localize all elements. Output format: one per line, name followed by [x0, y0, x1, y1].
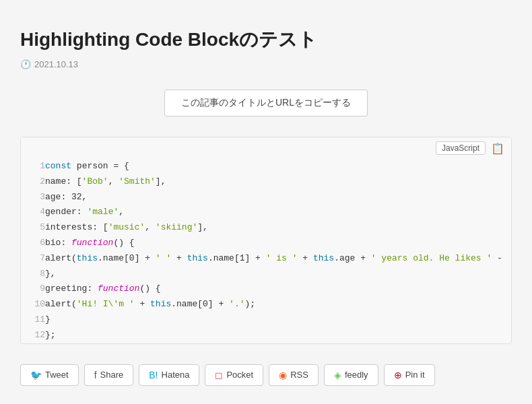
language-label: JavaScript — [436, 141, 486, 155]
line-code: name: ['Bob', 'Smith'], — [45, 174, 502, 190]
rss-label: RSS — [290, 370, 308, 380]
line-code: gender: 'male', — [45, 205, 502, 220]
line-code: }; — [45, 328, 502, 343]
line-code: age: 32, — [45, 190, 502, 205]
line-number: 9 — [21, 281, 45, 297]
table-row: 2name: ['Bob', 'Smith'], — [21, 174, 502, 190]
line-number: 1 — [21, 159, 45, 174]
line-number: 7 — [21, 251, 45, 267]
line-number: 2 — [21, 174, 45, 190]
code-block: JavaScript 📋 1const person = {2name: ['B… — [20, 137, 512, 344]
hatena-label: Hatena — [162, 370, 190, 380]
share-label: Share — [100, 370, 124, 380]
pinit-button[interactable]: ⊕Pin it — [384, 364, 435, 386]
code-table: 1const person = {2name: ['Bob', 'Smith']… — [21, 159, 511, 343]
table-row: 9greeting: function() { — [21, 281, 502, 297]
feedly-button[interactable]: ◈feedly — [324, 364, 378, 386]
hatena-button[interactable]: B!Hatena — [139, 364, 199, 386]
line-number: 11 — [21, 312, 45, 328]
line-number: 8 — [21, 267, 45, 282]
table-row: 6bio: function() { — [21, 236, 502, 251]
line-code: alert(this.name[0] + ' ' + this.name[1] … — [45, 251, 502, 267]
line-code: interests: ['music', 'skiing'], — [45, 220, 502, 236]
hatena-icon: B! — [149, 370, 158, 380]
line-number: 6 — [21, 236, 45, 251]
line-number: 10 — [21, 297, 45, 312]
tweet-button[interactable]: 🐦Tweet — [20, 364, 79, 386]
pocket-button[interactable]: ◻Pocket — [205, 364, 263, 386]
table-row: 7alert(this.name[0] + ' ' + this.name[1]… — [21, 251, 502, 267]
clock-icon: 🕐 — [20, 59, 31, 69]
line-code: greeting: function() { — [45, 281, 502, 297]
table-row: 5interests: ['music', 'skiing'], — [21, 220, 502, 236]
tweet-icon: 🐦 — [30, 370, 42, 380]
pinit-label: Pin it — [405, 370, 425, 380]
line-code: alert('Hi! I\'m ' + this.name[0] + '.'); — [45, 297, 502, 312]
tweet-label: Tweet — [45, 370, 69, 380]
line-number: 12 — [21, 328, 45, 343]
table-row: 11} — [21, 312, 502, 328]
line-number: 4 — [21, 205, 45, 220]
feedly-icon: ◈ — [334, 370, 341, 380]
feedly-label: feedly — [345, 370, 368, 380]
rss-button[interactable]: ◉RSS — [269, 364, 319, 386]
table-row: 3age: 32, — [21, 190, 502, 205]
table-row: 4gender: 'male', — [21, 205, 502, 220]
line-code: const person = { — [45, 159, 502, 174]
line-code: bio: function() { — [45, 236, 502, 251]
code-header: JavaScript 📋 — [21, 137, 511, 159]
table-row: 1const person = { — [21, 159, 502, 174]
table-row: 12}; — [21, 328, 502, 343]
share-bar: 🐦TweetfShareB!Hatena◻Pocket◉RSS◈feedly⊕P… — [20, 364, 512, 386]
table-row: 10alert('Hi! I\'m ' + this.name[0] + '.'… — [21, 297, 502, 312]
copy-title-url-button[interactable]: この記事のタイトルとURLをコピーする — [164, 90, 368, 116]
line-number: 5 — [21, 220, 45, 236]
pocket-icon: ◻ — [215, 370, 223, 380]
code-scroll-area[interactable]: 1const person = {2name: ['Bob', 'Smith']… — [21, 159, 511, 343]
line-number: 3 — [21, 190, 45, 205]
line-code: } — [45, 312, 502, 328]
line-code: }, — [45, 267, 502, 282]
page-title: Highlighting Code Blockのテスト — [20, 27, 512, 53]
table-row: 8}, — [21, 267, 502, 282]
copy-button-wrapper: この記事のタイトルとURLをコピーする — [20, 90, 512, 116]
pinit-icon: ⊕ — [394, 370, 402, 380]
copy-code-icon[interactable]: 📋 — [491, 142, 504, 155]
share-button[interactable]: fShare — [84, 364, 134, 386]
share-icon: f — [94, 370, 97, 380]
post-date: 🕐 2021.10.13 — [20, 59, 512, 69]
pocket-label: Pocket — [226, 370, 253, 380]
rss-icon: ◉ — [279, 370, 287, 380]
